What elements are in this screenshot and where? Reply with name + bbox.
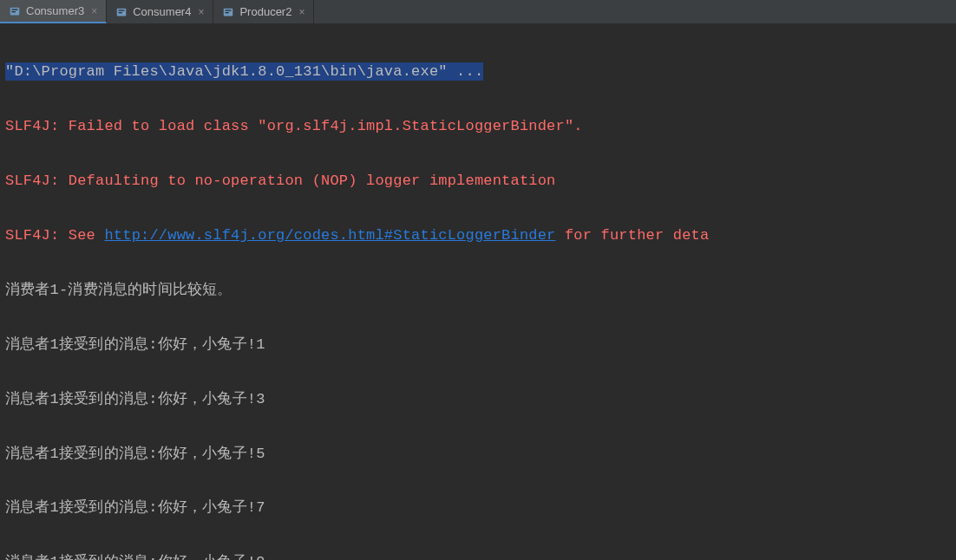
close-icon[interactable]: × — [91, 5, 97, 17]
output-line: 消息者1接受到的消息:你好，小兔子!7 — [5, 494, 951, 521]
run-config-icon — [9, 5, 21, 17]
tab-label: Producer2 — [239, 5, 291, 18]
svg-rect-2 — [12, 11, 16, 12]
close-icon[interactable]: × — [198, 6, 204, 18]
svg-rect-5 — [119, 12, 122, 13]
output-line: 消息者1接受到的消息:你好，小兔子!1 — [5, 331, 951, 358]
run-config-icon — [115, 6, 128, 18]
tab-label: Consumer3 — [26, 4, 84, 17]
output-header: 消费者1-消费消息的时间比较短。 — [5, 277, 951, 303]
console-output[interactable]: "D:\Program Files\Java\jdk1.8.0_131\bin\… — [0, 24, 956, 560]
run-config-icon — [222, 6, 234, 18]
output-line: 消息者1接受到的消息:你好，小兔子!5 — [5, 440, 951, 467]
run-tab-bar: Consumer3 × Consumer4 × Producer2 × — [0, 0, 956, 24]
error-prefix: SLF4J: See — [5, 227, 104, 244]
svg-rect-8 — [226, 12, 229, 13]
svg-rect-4 — [119, 10, 125, 10]
slf4j-link[interactable]: http://www.slf4j.org/codes.html#StaticLo… — [104, 227, 555, 244]
error-suffix: for further deta — [556, 227, 710, 244]
output-line: 消息者1接受到的消息:你好，小兔子!9 — [5, 549, 951, 560]
error-line: SLF4J: Failed to load class "org.slf4j.i… — [5, 113, 951, 140]
svg-rect-1 — [12, 9, 18, 10]
error-line: SLF4J: Defaulting to no-operation (NOP) … — [5, 167, 951, 194]
tab-consumer4[interactable]: Consumer4 × — [107, 0, 213, 23]
output-line: 消息者1接受到的消息:你好，小兔子!3 — [5, 386, 951, 413]
tab-label: Consumer4 — [133, 5, 191, 18]
tab-producer2[interactable]: Producer2 × — [213, 0, 314, 23]
svg-rect-7 — [226, 10, 232, 10]
close-icon[interactable]: × — [298, 6, 304, 18]
tab-consumer3[interactable]: Consumer3 × — [0, 0, 107, 23]
error-line: SLF4J: See http://www.slf4j.org/codes.ht… — [5, 222, 951, 249]
command-line: "D:\Program Files\Java\jdk1.8.0_131\bin\… — [5, 62, 483, 81]
